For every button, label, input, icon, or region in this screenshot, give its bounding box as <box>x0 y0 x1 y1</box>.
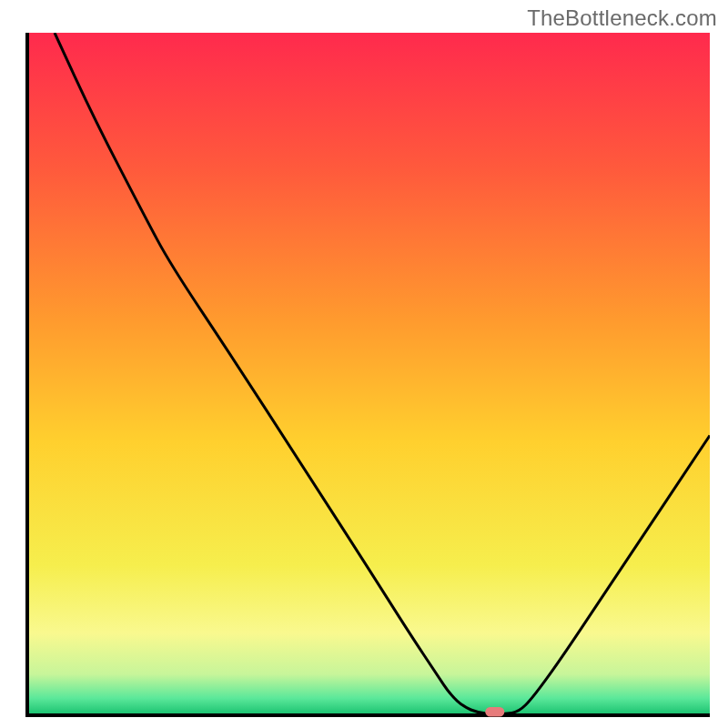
chart-svg <box>25 33 710 717</box>
watermark-text: TheBottleneck.com <box>527 5 717 31</box>
chart-frame: TheBottleneck.com <box>0 0 728 728</box>
plot-area <box>25 33 710 717</box>
optimal-marker <box>485 707 504 717</box>
gradient-background <box>27 33 710 715</box>
